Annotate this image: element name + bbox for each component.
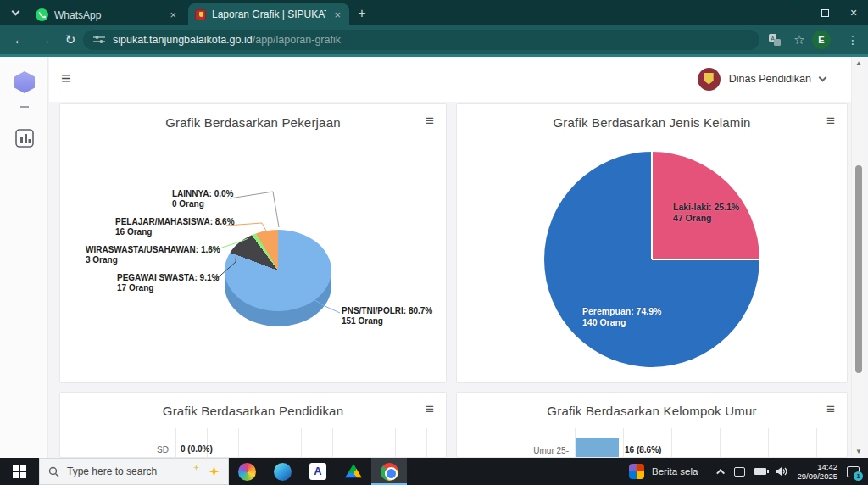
clock[interactable]: 14:42 29/09/2025 [797, 462, 837, 481]
sipukat-favicon [195, 9, 206, 20]
chrome-icon [381, 463, 398, 481]
url-text: sipukat.tanjungbalaikota.go.id/app/lapor… [113, 34, 341, 46]
chart-menu-icon[interactable]: ≡ [426, 113, 434, 130]
whatsapp-icon [36, 8, 48, 21]
tab-search-button[interactable] [7, 4, 24, 21]
card-pekerjaan: Grafik Berdasarkan Pekerjaan ≡ LAINNYA: … [59, 103, 447, 383]
card-kelompok-umur: Grafik Berdasarkan Kelompok Umur ≡ Umur … [456, 392, 848, 458]
scrollbar-thumb[interactable] [855, 165, 862, 373]
page-header: ≡ Dinas Pendidikan [49, 57, 851, 102]
taskbar-app-copilot[interactable] [229, 458, 264, 485]
tray-expand-icon[interactable] [717, 468, 726, 477]
bar-value: 0 (0.0%) [181, 444, 213, 454]
menu-toggle-button[interactable]: ≡ [61, 69, 71, 88]
new-tab-button[interactable]: + [353, 4, 371, 23]
minimize-button[interactable]: – [782, 0, 810, 25]
card-jenis-kelamin: Grafik Berdasarkan Jenis Kelamin ≡ Laki-… [456, 103, 848, 383]
chart-menu-icon[interactable]: ≡ [426, 401, 434, 418]
translate-icon[interactable]: A [765, 31, 784, 48]
chart-title: Grafik Berdasarkan Pekerjaan [60, 115, 446, 130]
screen: WhatsApp × Laporan Grafik | SIPUKAT × + … [0, 0, 868, 485]
news-icon [629, 464, 644, 479]
sparkle-icon [209, 466, 220, 477]
taskbar-app-edge[interactable] [264, 458, 300, 485]
restore-icon [821, 9, 829, 17]
edge-icon [274, 463, 292, 481]
taskbar-app-a[interactable]: A [300, 458, 336, 485]
system-tray: 14:42 29/09/2025 1 [719, 458, 868, 485]
site-settings-icon[interactable] [93, 35, 105, 45]
windows-taskbar: Type here to search A Berita sela 14:42 … [0, 458, 868, 485]
account-name: Dinas Pendidikan [729, 73, 811, 85]
app-sidebar [0, 57, 48, 458]
url-path: /app/laporan-grafik [253, 34, 341, 46]
chevron-down-icon [819, 74, 827, 82]
scroll-up-icon[interactable]: ▲ [852, 59, 865, 67]
chart-gridlines [175, 428, 442, 458]
battery-icon[interactable] [754, 468, 766, 475]
app-logo-icon[interactable] [14, 71, 35, 93]
tab-sipukat-active[interactable]: Laporan Grafik | SIPUKAT × [188, 3, 349, 25]
chart-menu-icon[interactable]: ≡ [826, 113, 835, 130]
start-button[interactable] [0, 458, 39, 485]
chart-title: Grafik Berdasarkan Kelompok Umur [457, 404, 847, 418]
restore-button[interactable] [810, 0, 839, 25]
a-app-icon: A [309, 463, 326, 480]
address-bar[interactable]: sipukat.tanjungbalaikota.go.id/app/lapor… [83, 30, 760, 50]
news-widget[interactable]: Berita sela [629, 458, 698, 485]
notification-badge: 1 [854, 471, 863, 481]
tab-whatsapp[interactable]: WhatsApp × [29, 4, 185, 25]
browser-toolbar: ← → ↻ sipukat.tanjungbalaikota.go.id/app… [0, 25, 868, 54]
windows-icon [13, 465, 26, 478]
news-label: Berita sela [652, 466, 698, 477]
taskbar-search[interactable]: Type here to search [39, 458, 229, 485]
pie-label-pelajar: PELAJAR/MAHASISWA: 8.6% 16 Orang [115, 217, 235, 237]
volume-icon[interactable] [776, 466, 787, 477]
close-tab-icon[interactable]: × [168, 8, 178, 21]
search-placeholder: Type here to search [67, 465, 201, 477]
tab-title: WhatsApp [54, 9, 162, 21]
forward-button[interactable]: → [36, 31, 54, 48]
bar-category: Umur 25- [499, 446, 569, 455]
page-scrollbar[interactable]: ▲ ▼ [851, 57, 865, 458]
pie-label-perempuan: Perempuan: 74.9% 140 Orang [582, 306, 661, 328]
search-icon [48, 466, 59, 477]
scroll-down-icon[interactable]: ▼ [852, 448, 865, 455]
url-host: sipukat.tanjungbalaikota.go.id [113, 34, 253, 46]
bar-umur[interactable] [576, 438, 619, 458]
taskbar-app-drive[interactable] [336, 458, 371, 485]
bookmark-star-icon[interactable]: ☆ [790, 31, 809, 48]
notification-center-icon[interactable]: 1 [847, 466, 860, 477]
bar-value: 16 (8.6%) [625, 445, 661, 454]
card-pendidikan: Grafik Berdasarkan Pendidikan ≡ SD 0 (0.… [59, 392, 447, 458]
pie-label-laki: Laki-laki: 25.1% 47 Orang [673, 202, 739, 224]
device-tray-icon[interactable] [734, 467, 745, 477]
taskbar-app-chrome[interactable] [371, 458, 407, 485]
close-tab-icon[interactable]: × [332, 8, 342, 21]
slice-separator [651, 152, 653, 259]
chevron-down-icon [11, 8, 19, 16]
pie-label-pegawai: PEGAWAI SWASTA: 9.1% 17 Orang [117, 273, 219, 293]
profile-avatar[interactable]: E [812, 31, 831, 49]
chart-title: Grafik Berdasarkan Jenis Kelamin [457, 115, 847, 130]
chart-menu-icon[interactable]: ≡ [826, 401, 835, 418]
slice-separator [652, 259, 760, 260]
browser-titlebar: WhatsApp × Laporan Grafik | SIPUKAT × + … [0, 0, 868, 25]
pie-label-lainnya: LAINNYA: 0.0% 0 Orang [172, 189, 233, 209]
dashboard-content: Grafik Berdasarkan Pekerjaan ≡ LAINNYA: … [49, 102, 851, 458]
tab-title: Laporan Grafik | SIPUKAT [212, 8, 326, 20]
account-menu[interactable]: Dinas Pendidikan [698, 66, 826, 92]
sidebar-divider [20, 106, 29, 108]
browser-menu-icon[interactable]: ⋮ [844, 31, 861, 48]
reload-button[interactable]: ↻ [61, 31, 80, 48]
pie-pekerjaan[interactable] [225, 230, 331, 311]
sidebar-item-laporan-grafik[interactable] [15, 129, 34, 148]
back-button[interactable]: ← [10, 31, 29, 48]
time: 14:42 [797, 462, 837, 471]
pie-label-wiraswasta: WIRASWASTA/USAHAWAN: 1.6% 3 Orang [86, 245, 220, 265]
close-window-button[interactable]: × [839, 0, 868, 25]
agency-crest-icon [698, 68, 721, 91]
pie-label-pns: PNS/TNI/POLRI: 80.7% 151 Orang [342, 306, 432, 326]
google-drive-icon [345, 464, 363, 480]
chart-title: Grafik Berdasarkan Pendidikan [60, 404, 446, 418]
